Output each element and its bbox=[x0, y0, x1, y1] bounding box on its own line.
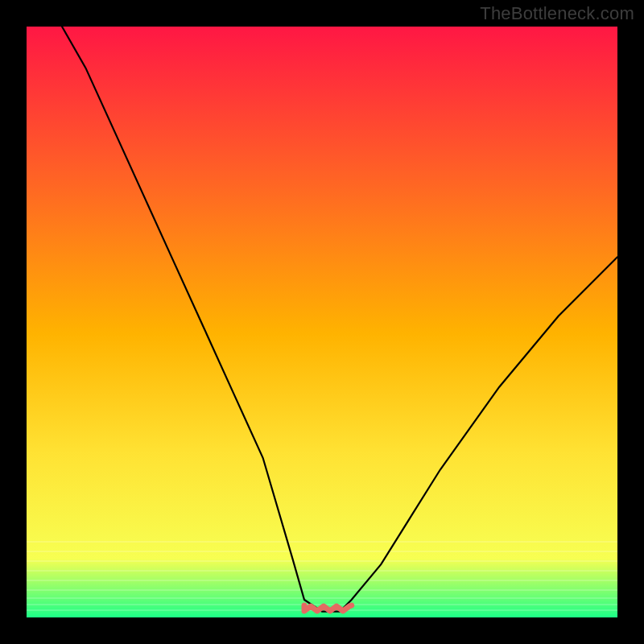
plot-area bbox=[27, 27, 617, 617]
watermark-text: TheBottleneck.com bbox=[480, 3, 634, 24]
chart-frame: TheBottleneck.com bbox=[0, 0, 644, 644]
gradient-background bbox=[27, 27, 617, 617]
chart-svg bbox=[27, 27, 617, 617]
